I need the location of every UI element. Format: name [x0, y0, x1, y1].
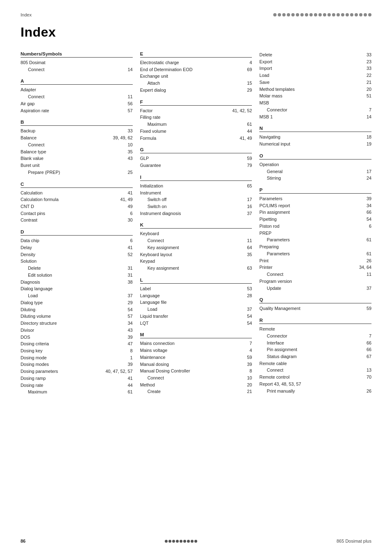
index-entry: Exchange unit — [140, 73, 252, 80]
entry-label: Factor — [140, 107, 153, 114]
entry-page: 34, 64 — [359, 264, 371, 271]
index-entry: Interface66 — [259, 340, 371, 347]
entry-page: 54 — [128, 306, 133, 313]
entry-page: 7 — [249, 340, 252, 347]
entry-page: 40, 47, 52, 57 — [106, 368, 133, 375]
entry-page: 26 — [367, 257, 371, 264]
entry-label: Dosing ramp — [21, 375, 46, 382]
footer-product-name: 865 Dosimat plus — [337, 539, 371, 543]
entry-page: 39 — [247, 361, 252, 368]
header-dot — [300, 13, 304, 16]
entry-page: 39 — [367, 195, 371, 202]
index-entry: Maximum61 — [21, 388, 133, 395]
index-entry: Connector7 — [259, 333, 371, 340]
entry-label: Pin assignment — [267, 346, 297, 353]
entry-label: Directory structure — [21, 320, 57, 327]
index-entry: Pin assignment66 — [259, 209, 371, 216]
entry-label: Instrument — [140, 190, 161, 197]
header-dot — [368, 13, 371, 16]
entry-page: 56 — [128, 100, 133, 107]
entry-page: 17 — [367, 168, 371, 175]
entry-page: 14 — [367, 113, 371, 120]
entry-label: Delete — [28, 265, 41, 272]
index-entry: Connector7 — [259, 106, 371, 113]
index-entry: Method20 — [140, 382, 252, 388]
entry-page: 59 — [247, 354, 252, 361]
index-entry: Blank value43 — [21, 155, 133, 162]
index-entry: Stirring24 — [259, 175, 371, 182]
section-header-a: A — [21, 79, 133, 85]
entry-label: Backup — [21, 127, 35, 134]
index-entry: GLP59 — [140, 155, 252, 162]
entry-page: 20 — [247, 382, 252, 388]
entry-label: MSB 1 — [259, 113, 272, 120]
footer-page-number: 86 — [21, 539, 25, 543]
entry-label: CNT D — [21, 203, 34, 210]
index-entry: Switch off17 — [140, 196, 252, 203]
entry-label: Update — [267, 285, 281, 292]
entry-page: 41, 49 — [120, 196, 133, 203]
entry-page: 16 — [247, 203, 252, 210]
entry-label: Label — [140, 285, 151, 292]
page: Index Index Numbers/Symbols805 DosimatCo… — [0, 0, 392, 555]
index-entry: Guarantee79 — [140, 162, 252, 169]
index-entry: Numerical input19 — [259, 141, 371, 148]
entry-label: Keyboard layout — [140, 251, 172, 258]
header-dot — [337, 13, 340, 16]
index-entry: Quality Management59 — [259, 305, 371, 312]
footer-dot — [191, 540, 194, 543]
index-entry: Print26 — [259, 257, 371, 264]
entry-label: Export — [259, 58, 272, 65]
entry-label: Maintenance — [140, 354, 166, 361]
index-entry: Molar mass51 — [259, 92, 371, 99]
entry-label: Electrostatic charge — [140, 59, 179, 66]
header-dot — [296, 13, 299, 16]
index-entry: Instrument diagnosis37 — [140, 210, 252, 217]
entry-label: Import — [259, 65, 272, 72]
index-entry: Adapter — [21, 86, 133, 93]
entry-page: 17 — [247, 196, 252, 203]
index-entry: Program version — [259, 278, 371, 285]
index-entry: Backup33 — [21, 127, 133, 134]
entry-page: 44 — [128, 382, 133, 389]
index-entry: PC/LIMS report34 — [259, 202, 371, 209]
entry-page: 29 — [247, 87, 252, 94]
entry-page: 41 — [128, 375, 133, 382]
entry-page: 26 — [367, 388, 371, 395]
entry-label: Diluting volume — [21, 313, 51, 320]
entry-label: LQT — [140, 320, 149, 327]
entry-label: Delete — [259, 51, 272, 58]
entry-label: Data chip — [21, 237, 39, 244]
footer-dot — [172, 540, 175, 543]
entry-page: 25 — [128, 169, 133, 176]
entry-label: Dosing mode — [21, 354, 47, 361]
header-label: Index — [21, 12, 32, 17]
entry-label: Attach — [148, 80, 160, 87]
index-entry: Remote — [259, 326, 371, 333]
index-entry: Data chip6 — [21, 237, 133, 244]
entry-page: 66 — [367, 346, 371, 353]
index-entry: Attach15 — [140, 80, 252, 87]
index-entry: Dosing criteria47 — [21, 340, 133, 347]
entry-label: Solution — [21, 258, 37, 265]
index-entry: Dialog type29 — [21, 299, 133, 306]
entry-page: 61 — [247, 121, 252, 128]
index-entry: Instrument — [140, 190, 252, 197]
entry-page: 11 — [128, 93, 133, 100]
section-header-n: N — [259, 126, 371, 132]
index-columns: Numbers/Symbols805 DosimatConnect14AAdap… — [21, 51, 371, 395]
index-entry: Edit solution31 — [21, 272, 133, 279]
section-header-numbers-symbols: Numbers/Symbols — [21, 51, 133, 58]
header-dot — [332, 13, 335, 16]
index-entry: Connect10 — [21, 141, 133, 148]
entry-label: Contact pins — [21, 210, 45, 217]
entry-page: 47 — [128, 340, 133, 347]
entry-page: 6 — [369, 223, 371, 230]
entry-page: 70 — [367, 374, 371, 381]
entry-page: 35 — [247, 251, 252, 258]
section-header-l: L — [140, 278, 252, 284]
entry-page: 51 — [367, 92, 371, 99]
entry-page: 7 — [369, 333, 371, 340]
header-dot — [282, 13, 286, 16]
entry-label: Density — [21, 251, 35, 258]
